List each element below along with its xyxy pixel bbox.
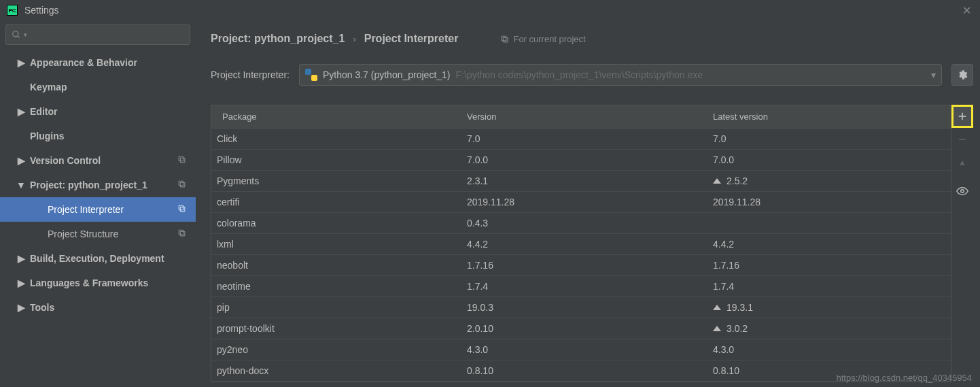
sidebar-item-label: Editor: [30, 106, 57, 117]
header-version[interactable]: Version: [456, 112, 702, 122]
cell-package: Pygments: [211, 175, 456, 186]
gear-icon: [957, 69, 968, 80]
cell-package: certifi: [211, 197, 456, 207]
sidebar-item-label: Project Interpreter: [48, 204, 124, 215]
header-package[interactable]: Package: [211, 112, 456, 122]
search-input[interactable]: ▾: [5, 24, 190, 45]
window-title: Settings: [24, 5, 59, 16]
svg-rect-11: [502, 36, 507, 41]
sidebar-item-project-python-project-1[interactable]: ▼Project: python_project_1: [0, 173, 196, 197]
table-row[interactable]: colorama0.4.3: [211, 213, 951, 234]
remove-package-button[interactable]: [951, 128, 973, 151]
upgrade-available-icon: [713, 326, 721, 331]
cell-version: 0.8.10: [456, 365, 702, 376]
sidebar-item-plugins[interactable]: Plugins: [0, 124, 196, 148]
package-actions: ▲: [951, 105, 973, 203]
upgrade-icon: ▲: [958, 158, 966, 167]
copy-icon: [177, 229, 186, 239]
sidebar-item-label: Version Control: [30, 155, 101, 166]
upgrade-available-icon: [713, 178, 721, 184]
plus-icon: [958, 112, 967, 121]
cell-version: 1.7.4: [456, 281, 702, 292]
sidebar-item-editor[interactable]: ▶Editor: [0, 99, 196, 124]
breadcrumb: Project: python_project_1 › Project Inte…: [211, 33, 973, 45]
breadcrumb-separator-icon: ›: [353, 34, 355, 44]
cell-latest: 2019.11.28: [702, 197, 951, 207]
sidebar-item-keymap[interactable]: Keymap: [0, 75, 196, 99]
upgrade-package-button[interactable]: ▲: [951, 151, 973, 174]
header-latest[interactable]: Latest version: [702, 112, 951, 122]
sidebar-item-project-interpreter[interactable]: Project Interpreter: [0, 197, 196, 222]
cell-version: 2.3.1: [456, 175, 702, 186]
table-row[interactable]: neotime1.7.41.7.4: [211, 276, 951, 297]
title-bar: PC Settings ✕: [0, 0, 980, 20]
svg-rect-9: [179, 230, 183, 235]
svg-rect-8: [180, 231, 185, 236]
table-row[interactable]: Pillow7.0.07.0.0: [211, 150, 951, 171]
svg-rect-7: [179, 205, 183, 210]
table-row[interactable]: certifi2019.11.282019.11.28: [211, 192, 951, 213]
sidebar-item-label: Keymap: [30, 82, 67, 92]
app-icon: PC: [7, 5, 18, 16]
cell-version: 7.0.0: [456, 154, 702, 165]
table-row[interactable]: prompt-toolkit2.0.103.0.2: [211, 318, 951, 339]
sidebar-item-label: Build, Execution, Deployment: [30, 253, 164, 264]
interpreter-settings-button[interactable]: [951, 64, 973, 86]
sidebar-item-label: Languages & Frameworks: [30, 277, 148, 288]
table-header: Package Version Latest version: [211, 105, 951, 129]
cell-latest: 1.7.4: [702, 281, 951, 292]
interpreter-name: Python 3.7 (python_project_1): [323, 69, 451, 80]
sidebar-item-appearance-behavior[interactable]: ▶Appearance & Behavior: [0, 50, 196, 75]
sidebar-item-version-control[interactable]: ▶Version Control: [0, 148, 196, 173]
svg-rect-4: [180, 182, 185, 187]
cell-package: colorama: [211, 218, 456, 229]
table-row[interactable]: py2neo4.3.04.3.0: [211, 339, 951, 360]
cell-latest: 3.0.2: [702, 323, 951, 334]
show-early-releases-button[interactable]: [951, 180, 973, 203]
cell-version: 19.0.3: [456, 302, 702, 313]
packages-table: Package Version Latest version Click7.07…: [211, 105, 951, 382]
cell-package: prompt-toolkit: [211, 323, 456, 334]
sidebar-item-label: Tools: [30, 302, 54, 313]
table-row[interactable]: lxml4.4.24.4.2: [211, 234, 951, 255]
cell-version: 0.4.3: [456, 218, 702, 229]
cell-latest: 4.4.2: [702, 239, 951, 250]
content-panel: Project: python_project_1 › Project Inte…: [196, 20, 980, 387]
cell-latest: 1.7.16: [702, 260, 951, 271]
cell-package: neotime: [211, 281, 456, 292]
interpreter-dropdown[interactable]: Python 3.7 (python_project_1) F:\python …: [299, 64, 942, 86]
cell-package: py2neo: [211, 344, 456, 355]
watermark: https://blog.csdn.net/qq_40345954: [837, 373, 973, 383]
copy-icon: [177, 204, 186, 215]
breadcrumb-project: Project: python_project_1: [211, 33, 345, 45]
cell-version: 4.4.2: [456, 239, 702, 250]
settings-tree: ▶Appearance & BehaviorKeymap▶EditorPlugi…: [0, 50, 196, 320]
python-icon: [305, 69, 317, 81]
cell-latest: 7.0.0: [702, 154, 951, 165]
table-row[interactable]: Pygments2.3.12.5.2: [211, 171, 951, 192]
cell-latest: 7.0: [702, 133, 951, 144]
cell-latest: 2.5.2: [702, 175, 951, 186]
chevron-right-icon: ▶: [15, 57, 27, 68]
sidebar: ▾ ▶Appearance & BehaviorKeymap▶EditorPlu…: [0, 20, 196, 387]
sidebar-item-project-structure[interactable]: Project Structure: [0, 222, 196, 246]
copy-icon: [177, 155, 186, 166]
close-icon[interactable]: ✕: [960, 3, 973, 17]
table-row[interactable]: pip19.0.319.3.1: [211, 297, 951, 318]
cell-version: 4.3.0: [456, 344, 702, 355]
add-package-button[interactable]: [951, 105, 973, 128]
sidebar-item-languages-frameworks[interactable]: ▶Languages & Frameworks: [0, 271, 196, 295]
svg-rect-3: [179, 156, 183, 161]
for-current-project: For current project: [500, 34, 585, 44]
cell-package: Pillow: [211, 154, 456, 165]
svg-rect-10: [504, 37, 508, 42]
cell-package: Click: [211, 133, 456, 144]
cell-package: pip: [211, 302, 456, 313]
copy-icon: [500, 35, 509, 44]
sidebar-item-tools[interactable]: ▶Tools: [0, 295, 196, 320]
table-row[interactable]: neobolt1.7.161.7.16: [211, 255, 951, 276]
table-row[interactable]: Click7.07.0: [211, 129, 951, 150]
breadcrumb-page: Project Interpreter: [364, 33, 459, 45]
cell-package: lxml: [211, 239, 456, 250]
sidebar-item-build-execution-deployment[interactable]: ▶Build, Execution, Deployment: [0, 246, 196, 271]
